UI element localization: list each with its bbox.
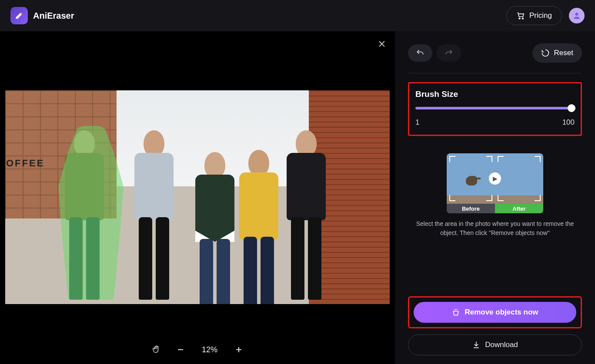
download-button[interactable]: Download bbox=[408, 334, 582, 355]
remove-label: Remove objects now bbox=[465, 308, 538, 317]
pan-tool-button[interactable] bbox=[150, 344, 162, 356]
close-button[interactable] bbox=[377, 39, 387, 50]
bird-icon bbox=[466, 176, 477, 185]
zoom-out-button[interactable] bbox=[174, 344, 187, 356]
remove-objects-button[interactable]: Remove objects now bbox=[414, 302, 576, 323]
brush-size-panel: Brush Size 1 100 bbox=[408, 82, 582, 136]
arrow-right-icon: ▶ bbox=[489, 172, 501, 185]
person-2 bbox=[128, 130, 180, 300]
close-icon bbox=[378, 40, 385, 47]
canvas-area: OFFEE 12% bbox=[0, 31, 395, 364]
zoom-level: 12% bbox=[199, 345, 221, 354]
pricing-button[interactable]: Pricing bbox=[506, 6, 562, 25]
user-avatar[interactable] bbox=[569, 8, 585, 23]
action-buttons: Remove objects now Download bbox=[408, 296, 582, 355]
redo-button[interactable] bbox=[437, 44, 461, 62]
zoom-toolbar: 12% bbox=[0, 335, 395, 364]
person-3 bbox=[193, 152, 237, 300]
cart-icon bbox=[516, 11, 525, 20]
slider-range-labels: 1 100 bbox=[415, 118, 575, 127]
sign-text: OFFEE bbox=[6, 158, 44, 169]
logo-group: AniEraser bbox=[10, 7, 74, 24]
download-label: Download bbox=[485, 341, 518, 349]
app-logo-icon bbox=[10, 7, 28, 24]
preview-area: Before After ▶ Select the area in the ph… bbox=[408, 153, 582, 238]
person-5 bbox=[280, 130, 332, 300]
divider bbox=[408, 73, 582, 73]
user-icon bbox=[572, 11, 581, 20]
after-badge: After bbox=[495, 204, 543, 213]
pricing-label: Pricing bbox=[529, 11, 552, 20]
reset-button[interactable]: Reset bbox=[532, 43, 582, 63]
undo-button[interactable] bbox=[408, 44, 432, 62]
app-title: AniEraser bbox=[33, 11, 74, 21]
preview-before: Before bbox=[447, 153, 495, 213]
slider-max: 100 bbox=[562, 118, 575, 127]
history-buttons bbox=[408, 44, 461, 62]
before-badge: Before bbox=[447, 204, 495, 213]
slider-thumb[interactable] bbox=[568, 104, 575, 112]
before-after-preview: Before After ▶ bbox=[447, 153, 543, 213]
svg-point-2 bbox=[575, 13, 578, 16]
app-header: AniEraser Pricing bbox=[0, 0, 595, 31]
remove-button-highlight: Remove objects now bbox=[408, 296, 582, 328]
reset-label: Reset bbox=[554, 49, 573, 57]
sidebar-panel: Reset Brush Size 1 100 Before bbox=[395, 31, 595, 364]
plus-icon bbox=[235, 346, 243, 354]
person-4 bbox=[236, 150, 281, 300]
reset-icon bbox=[541, 49, 550, 57]
hand-icon bbox=[151, 345, 161, 354]
hint-text: Select the area in the photo where you w… bbox=[408, 219, 582, 238]
minus-icon bbox=[177, 346, 184, 354]
main-area: OFFEE 12% bbox=[0, 31, 595, 364]
svg-point-0 bbox=[519, 18, 520, 19]
preview-after: After bbox=[495, 153, 543, 213]
top-controls: Reset bbox=[408, 43, 582, 63]
selection-mask bbox=[58, 126, 124, 300]
slider-min: 1 bbox=[415, 118, 419, 127]
edited-image[interactable]: OFFEE bbox=[5, 90, 390, 304]
brush-size-slider[interactable] bbox=[415, 107, 575, 109]
undo-icon bbox=[416, 49, 425, 57]
redo-icon bbox=[445, 49, 453, 57]
photo-scene: OFFEE bbox=[5, 90, 390, 304]
zoom-in-button[interactable] bbox=[233, 344, 245, 356]
brush-icon bbox=[451, 308, 460, 317]
brush-size-label: Brush Size bbox=[415, 89, 575, 99]
canvas-viewport[interactable]: OFFEE bbox=[0, 31, 395, 335]
download-icon bbox=[472, 341, 481, 349]
header-right: Pricing bbox=[506, 6, 585, 25]
svg-point-1 bbox=[522, 18, 524, 19]
